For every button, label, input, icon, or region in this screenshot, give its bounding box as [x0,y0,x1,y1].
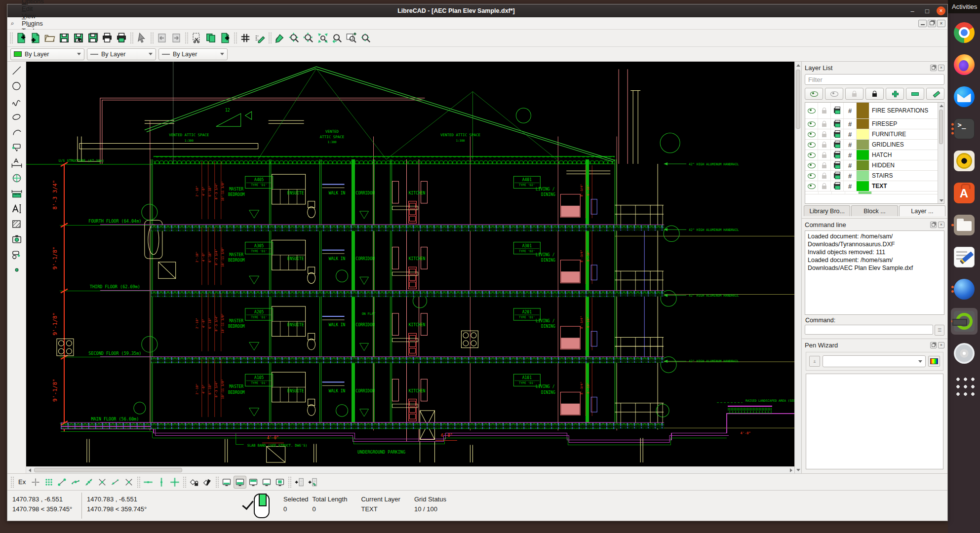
layer-scroll-up-icon[interactable] [938,103,944,109]
snap-middle-button[interactable] [96,476,109,489]
pen-linetype-combo[interactable]: By Layer [158,48,228,60]
cut-button[interactable] [190,31,203,45]
gnome-top-bar[interactable]: Activities [948,0,980,13]
scroll-down-icon[interactable] [795,466,802,473]
close-button[interactable]: × [935,4,947,17]
dock-google-chrome-icon[interactable] [951,19,978,46]
layer-print-icon[interactable] [831,103,844,118]
file-save-as-button[interactable] [72,31,85,45]
redo-button[interactable] [169,31,183,45]
activities-button[interactable]: Activities [952,3,977,10]
layer-print-icon[interactable] [831,171,844,181]
measure-button[interactable] [9,186,24,200]
draft-1-button[interactable] [220,476,233,489]
panel-float-icon[interactable] [930,342,937,348]
dock-librecad-icon[interactable] [951,308,978,335]
layer-scroll-thumb[interactable] [939,110,943,144]
panel-float-icon[interactable] [930,222,937,228]
layer-scrollbar[interactable] [938,103,944,203]
layer-row[interactable]: #TEXT [805,181,938,191]
layer-visible-icon[interactable] [805,171,818,181]
circle-button[interactable] [9,79,24,93]
zoom-auto-button[interactable] [316,31,330,45]
snap-grid-button[interactable] [42,476,55,489]
layer-visible-icon[interactable] [805,119,818,129]
layer-visible-icon[interactable] [805,140,818,150]
layer-lock-icon[interactable] [818,119,831,129]
snap-entity-button[interactable] [69,476,82,489]
lock-rel-button[interactable] [188,476,200,489]
command-input[interactable] [805,325,933,335]
panel-close-icon[interactable]: × [938,65,944,71]
ex-button[interactable]: Ex [15,478,29,486]
tab-block-list[interactable]: Block ... [851,205,898,216]
pen-color-combo[interactable]: By Layer [10,48,84,60]
layer-construction-icon[interactable]: # [844,171,857,181]
print-button[interactable] [100,31,114,45]
layer-lock-icon[interactable] [818,160,831,170]
print-preview-button[interactable] [115,31,128,45]
grid-button[interactable] [238,31,252,45]
snapbar-handle[interactable] [10,476,14,488]
dock-terminal-icon[interactable] [951,115,978,142]
polyline-select-button[interactable] [9,140,24,154]
snap-int-button[interactable] [122,476,135,489]
layer-visible-icon[interactable] [805,103,818,118]
lock-all-layers-button[interactable] [865,88,884,100]
snap-center-button[interactable] [82,476,95,489]
file-open-button[interactable] [43,31,57,45]
vertical-scrollbar[interactable] [794,62,801,473]
layer-row[interactable]: #GRIDLINES [805,140,938,150]
layer-row[interactable]: #FIRE SEPARATIONS [805,103,938,119]
dock-globe-app-icon[interactable] [951,276,978,303]
zoom-window-button[interactable] [345,31,358,45]
layer-lock-icon[interactable] [818,129,831,139]
dock-rhythmbox-icon[interactable] [951,148,978,174]
drawing-canvas[interactable]: FOURTH FLOOR (64.04m)THIRD FLOOR (62.69m… [26,62,794,473]
file-new-template-button[interactable] [29,31,42,45]
text-button[interactable] [9,201,24,216]
dock-firefox-icon[interactable] [951,51,978,78]
draft-5-button[interactable] [274,476,286,489]
zoom-in-button[interactable] [287,31,301,45]
restrict-h-button[interactable] [142,476,155,489]
layer-print-icon[interactable] [831,181,844,191]
line-button[interactable] [9,64,24,78]
dock-show-applications-icon[interactable] [951,372,978,399]
layer-lock-icon[interactable] [818,140,831,150]
point-button[interactable] [9,263,24,277]
menu-options[interactable]: Options [17,0,53,5]
hatch-button[interactable] [9,217,24,231]
snap-dist-button[interactable] [109,476,122,489]
image-button[interactable] [9,232,24,246]
cad-drawing[interactable]: FOURTH FLOOR (64.04m)THIRD FLOOR (62.69m… [26,62,794,466]
layer-row[interactable]: #FURNITURE [805,129,938,140]
vscroll-thumb[interactable] [796,70,800,129]
menu-plugins[interactable]: Plugins [17,20,53,27]
scroll-left-icon[interactable] [26,467,33,474]
draft-4-button[interactable] [260,476,273,489]
layer-lock-icon[interactable] [818,103,831,118]
order-2-button[interactable] [306,476,319,489]
restrict-v-button[interactable] [155,476,168,489]
command-options-button[interactable]: ☰ [935,325,944,336]
ellipse-button[interactable] [9,110,24,124]
zoom-pan-button[interactable] [359,31,373,45]
layer-lock-icon[interactable] [818,171,831,181]
pen-wizard-spin-button[interactable]: ± [809,356,820,367]
layer-lock-icon[interactable] [818,181,831,191]
panel-close-icon[interactable]: × [938,222,944,228]
draft-2-button[interactable] [234,476,246,489]
layer-row[interactable]: #HATCH [805,150,938,160]
snap-free-button[interactable] [29,476,42,489]
tab-library-browser[interactable]: Library Bro... [804,205,850,216]
maximize-button[interactable]: □ [920,4,935,17]
hide-all-layers-button[interactable] [825,88,843,100]
panel-float-icon[interactable] [930,65,937,71]
dock-thunderbird-icon[interactable] [951,83,978,110]
arc-button[interactable] [9,125,24,139]
mdi-minimize-button[interactable] [918,20,927,27]
set-rel-button[interactable] [201,476,214,489]
layer-construction-icon[interactable]: # [844,119,857,129]
minimize-button[interactable]: – [905,4,920,17]
